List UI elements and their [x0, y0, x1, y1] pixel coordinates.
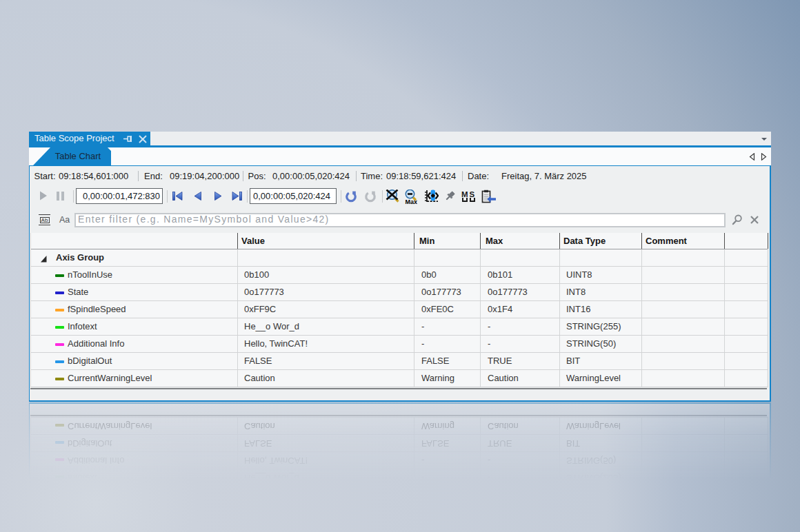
svg-text:Max: Max — [406, 198, 418, 205]
